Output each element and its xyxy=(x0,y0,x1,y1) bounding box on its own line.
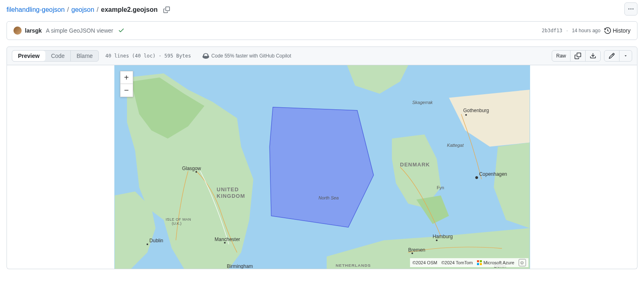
download-icon xyxy=(590,53,596,59)
city-copenhagen: Copenhagen xyxy=(479,171,507,177)
copy-button[interactable] xyxy=(570,51,585,61)
copy-icon xyxy=(575,53,581,59)
svg-rect-13 xyxy=(477,260,479,262)
history-icon xyxy=(604,27,611,34)
svg-point-9 xyxy=(465,114,467,116)
azure-icon xyxy=(477,260,482,265)
svg-point-1 xyxy=(631,9,632,10)
attribution-tomtom[interactable]: ©2024 TomTom xyxy=(441,260,473,265)
map-label-north-sea: North Sea xyxy=(319,195,339,200)
pencil-icon xyxy=(608,53,615,59)
copy-icon xyxy=(163,7,170,13)
city-birmingham: Birmingham xyxy=(227,263,253,269)
tab-code[interactable]: Code xyxy=(45,51,70,61)
svg-point-0 xyxy=(628,9,630,10)
svg-rect-16 xyxy=(480,263,482,265)
feedback-button[interactable]: ☺ xyxy=(519,259,526,266)
svg-rect-15 xyxy=(477,263,479,265)
avatar[interactable] xyxy=(13,27,22,35)
copy-path-button[interactable] xyxy=(161,4,172,15)
edit-dropdown-button[interactable] xyxy=(619,51,632,61)
map-label-uk: UNITED xyxy=(216,186,238,192)
city-dublin: Dublin xyxy=(149,238,163,243)
attribution-osm[interactable]: ©2024 OSM xyxy=(412,260,437,265)
map-svg: North Sea Skagerrak Kattegat Fyn UNITED … xyxy=(114,65,530,269)
breadcrumb-link-folder[interactable]: geojson xyxy=(71,6,94,13)
raw-button[interactable]: Raw xyxy=(552,51,570,61)
city-glasgow: Glasgow xyxy=(182,166,201,171)
svg-point-10 xyxy=(475,176,478,179)
download-button[interactable] xyxy=(585,51,600,61)
commit-sha[interactable]: 2b3df13 xyxy=(541,28,562,33)
map-label-skagerrak: Skagerrak xyxy=(412,100,433,105)
svg-point-3 xyxy=(204,57,205,58)
copilot-icon xyxy=(203,53,209,59)
commit-author[interactable]: larsgk xyxy=(25,27,42,34)
breadcrumb-link-repo[interactable]: filehandling-geojson xyxy=(7,6,65,13)
tab-preview[interactable]: Preview xyxy=(12,51,45,61)
file-meta: 40 lines (40 loc) · 595 Bytes xyxy=(105,53,191,59)
copilot-banner[interactable]: Code 55% faster with GitHub Copilot xyxy=(203,53,291,59)
map-label-kattegat: Kattegat xyxy=(447,143,464,148)
tab-blame[interactable]: Blame xyxy=(71,51,98,61)
svg-rect-14 xyxy=(480,260,482,262)
svg-point-11 xyxy=(436,239,437,241)
map-attribution: ©2024 OSM ©2024 TomTom Microsoft Azure ☺ xyxy=(410,258,528,267)
city-hamburg: Hamburg xyxy=(432,234,452,239)
map-label-iom: ISLE OF MAN xyxy=(165,217,191,221)
svg-point-7 xyxy=(146,243,148,245)
breadcrumb: filehandling-geojson / geojson / example… xyxy=(7,6,158,13)
svg-point-4 xyxy=(206,57,207,58)
view-mode-tabs: Preview Code Blame xyxy=(12,50,99,62)
map-label-netherlands: NETHERLANDS xyxy=(335,263,370,268)
map-canvas[interactable]: North Sea Skagerrak Kattegat Fyn UNITED … xyxy=(114,65,530,269)
zoom-in-button[interactable]: + xyxy=(120,71,133,84)
chevron-down-icon xyxy=(624,54,628,58)
breadcrumb-row: filehandling-geojson / geojson / example… xyxy=(7,0,637,20)
breadcrumb-sep: / xyxy=(97,6,98,13)
zoom-out-button[interactable]: − xyxy=(120,84,133,97)
map-label-denmark: DENMARK xyxy=(400,162,430,168)
svg-text:(U.K.): (U.K.) xyxy=(172,221,181,226)
latest-commit-box: larsgk A simple GeoJSON viewer 2b3df13 ·… xyxy=(7,21,637,40)
map-label-fyn: Fyn xyxy=(437,185,444,190)
edit-button[interactable] xyxy=(604,51,619,61)
city-manchester: Manchester xyxy=(214,237,240,242)
commit-time: 14 hours ago xyxy=(572,28,600,33)
commit-message[interactable]: A simple GeoJSON viewer xyxy=(46,27,113,34)
city-bremen: Bremen xyxy=(408,247,425,253)
breadcrumb-current: example2.geojson xyxy=(101,6,158,13)
attribution-azure[interactable]: Microsoft Azure xyxy=(477,260,515,265)
more-options-button[interactable] xyxy=(624,2,637,15)
map-label-uk2: KINGDOM xyxy=(216,193,245,199)
kebab-icon xyxy=(628,6,634,12)
check-icon[interactable] xyxy=(118,27,125,35)
file-toolbar: Preview Code Blame 40 lines (40 loc) · 5… xyxy=(7,46,637,65)
zoom-control: + − xyxy=(120,71,133,97)
breadcrumb-sep: / xyxy=(67,6,69,13)
history-button[interactable]: History xyxy=(604,27,631,34)
svg-point-2 xyxy=(633,9,634,10)
map-preview: North Sea Skagerrak Kattegat Fyn UNITED … xyxy=(7,65,637,269)
city-gothenburg: Gothenburg xyxy=(463,108,489,113)
geojson-polygon xyxy=(270,107,373,227)
